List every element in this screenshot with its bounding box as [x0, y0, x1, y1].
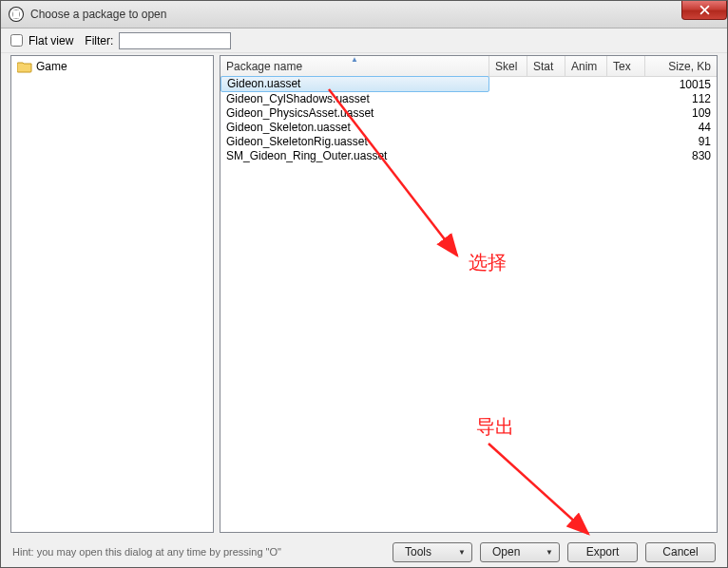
- col-anim[interactable]: Anim: [565, 56, 607, 76]
- col-tex[interactable]: Tex: [607, 56, 645, 76]
- chevron-down-icon: ▼: [458, 548, 466, 557]
- sort-indicator-icon: ▲: [351, 57, 358, 63]
- tree-panel[interactable]: Game: [10, 55, 214, 533]
- col-skel[interactable]: Skel: [489, 56, 527, 76]
- col-size[interactable]: Size, Kb: [645, 56, 717, 76]
- cell-name: SM_Gideon_Ring_Outer.uasset: [220, 149, 489, 162]
- table-row[interactable]: Gideon.uasset10015: [220, 77, 717, 91]
- table-row[interactable]: Gideon_PhysicsAsset.uasset109: [220, 105, 717, 120]
- export-button[interactable]: Export: [567, 542, 638, 562]
- filter-label: Filter:: [85, 34, 113, 47]
- list-panel: Package name ▲ Skel Stat Anim Tex Size, …: [220, 55, 718, 533]
- col-package-label: Package name: [226, 60, 302, 73]
- titlebar: Choose a package to open: [1, 1, 727, 28]
- cell-name: Gideon.uasset: [220, 76, 489, 92]
- table-row[interactable]: Gideon_SkeletonRig.uasset91: [220, 134, 717, 148]
- tools-button[interactable]: Tools ▼: [393, 542, 472, 562]
- list-body[interactable]: Gideon.uasset10015Gideon_CylShadows.uass…: [220, 77, 717, 532]
- cell-size: 109: [645, 106, 717, 120]
- cell-size: 91: [645, 135, 717, 148]
- col-tex-label: Tex: [613, 60, 631, 73]
- table-row[interactable]: Gideon_Skeleton.uasset44: [220, 120, 717, 134]
- flat-view-checkbox[interactable]: [10, 34, 23, 47]
- col-skel-label: Skel: [495, 60, 517, 73]
- close-icon: [699, 5, 710, 15]
- open-button[interactable]: Open ▼: [480, 542, 560, 562]
- open-button-label: Open: [492, 545, 520, 559]
- list-header: Package name ▲ Skel Stat Anim Tex Size, …: [220, 56, 717, 77]
- footer: Hint: you may open this dialog at any ti…: [1, 537, 727, 567]
- dialog-window: Choose a package to open Flat view Filte…: [0, 0, 728, 568]
- cancel-button[interactable]: Cancel: [645, 542, 716, 562]
- main-area: Game Package name ▲ Skel Stat Anim Tex S…: [1, 53, 727, 537]
- close-button[interactable]: [681, 1, 727, 20]
- hint-text: Hint: you may open this dialog at any ti…: [12, 546, 385, 558]
- table-row[interactable]: SM_Gideon_Ring_Outer.uasset830: [220, 148, 717, 162]
- filter-input[interactable]: [119, 32, 231, 49]
- folder-icon: [17, 60, 32, 73]
- tree-item-label: Game: [36, 60, 67, 73]
- tools-button-label: Tools: [405, 545, 431, 559]
- cancel-button-label: Cancel: [662, 545, 698, 559]
- window-title: Choose a package to open: [30, 8, 166, 21]
- cell-name: Gideon_Skeleton.uasset: [220, 121, 489, 134]
- filter-bar: Flat view Filter:: [1, 28, 727, 53]
- app-icon: [9, 7, 24, 22]
- table-row[interactable]: Gideon_CylShadows.uasset112: [220, 91, 717, 105]
- flat-view-label: Flat view: [29, 34, 73, 47]
- chevron-down-icon: ▼: [546, 548, 553, 557]
- cell-name: Gideon_SkeletonRig.uasset: [220, 135, 489, 148]
- cell-name: Gideon_PhysicsAsset.uasset: [220, 106, 489, 120]
- cell-name: Gideon_CylShadows.uasset: [220, 92, 489, 105]
- col-anim-label: Anim: [571, 60, 597, 73]
- cell-size: 830: [645, 149, 717, 162]
- col-size-label: Size, Kb: [668, 60, 711, 73]
- cell-size: 44: [645, 121, 717, 134]
- export-button-label: Export: [586, 545, 620, 559]
- cell-size: 10015: [645, 78, 717, 91]
- tree-item-game[interactable]: Game: [13, 58, 211, 75]
- col-package[interactable]: Package name ▲: [220, 56, 489, 76]
- col-stat-label: Stat: [533, 60, 553, 73]
- col-stat[interactable]: Stat: [527, 56, 565, 76]
- cell-size: 112: [645, 92, 717, 105]
